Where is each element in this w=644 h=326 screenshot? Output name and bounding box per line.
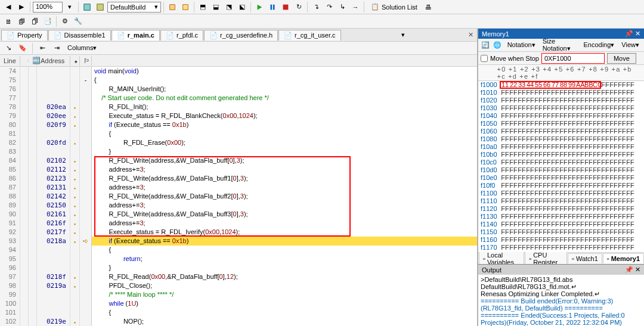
mem-byte[interactable]: FF	[543, 159, 551, 166]
mem-byte[interactable]: FF	[584, 197, 593, 205]
mem-byte[interactable]: FF	[584, 190, 593, 197]
mem-byte[interactable]: FF	[601, 151, 609, 159]
mem-byte[interactable]: FF	[626, 252, 634, 252]
mem-byte[interactable]: 55	[534, 81, 543, 89]
mem-byte[interactable]: FF	[551, 159, 559, 166]
gutter-sel[interactable]	[20, 237, 29, 246]
mem-byte[interactable]: FF	[626, 244, 634, 252]
mem-byte[interactable]: FF	[518, 97, 526, 104]
mem-byte[interactable]: FF	[593, 182, 601, 190]
mem-byte[interactable]: FF	[551, 182, 559, 190]
mem-byte[interactable]: FF	[526, 112, 534, 120]
mem-byte[interactable]: FF	[518, 228, 526, 236]
mem-byte[interactable]: FF	[543, 143, 551, 151]
mem-byte[interactable]: FF	[576, 213, 584, 221]
tab-close-icon[interactable]: ✕	[465, 31, 477, 39]
gutter-mark[interactable]	[80, 174, 92, 183]
mem-byte[interactable]: FF	[584, 159, 593, 166]
gutter-sel[interactable]	[20, 85, 29, 94]
gutter-mark[interactable]	[80, 103, 92, 111]
mem-byte[interactable]: FF	[601, 213, 609, 221]
mem-byte[interactable]: FF	[526, 166, 534, 174]
tab-r_pfdl-c[interactable]: 📄r_pfdl.c	[160, 30, 203, 41]
mem-byte[interactable]: FF	[618, 190, 626, 197]
tb2-icon-2[interactable]: 🗐	[16, 15, 27, 27]
mem-byte[interactable]: FF	[518, 143, 526, 151]
mem-byte[interactable]: FF	[626, 190, 634, 197]
mem-byte[interactable]: 44	[526, 81, 534, 89]
tb2-icon-6[interactable]: 🔧	[72, 15, 84, 27]
code-text[interactable]: R_FDL_Read(0x00,&R_DataFla_buff[0],12);	[92, 272, 477, 281]
mem-byte[interactable]: FF	[518, 166, 526, 174]
mem-byte[interactable]: FF	[501, 236, 509, 244]
tb-back-icon[interactable]: ◀	[2, 1, 14, 13]
tb-icon-2[interactable]	[94, 1, 106, 13]
gutter-break[interactable]	[70, 254, 80, 263]
gutter-glyph[interactable]	[29, 237, 37, 246]
mem-byte[interactable]: FF	[609, 166, 618, 174]
mem-byte[interactable]: FF	[584, 182, 593, 190]
mem-byte[interactable]: FF	[526, 151, 534, 159]
mem-byte[interactable]: FF	[543, 128, 551, 135]
mem-byte[interactable]: FF	[543, 89, 551, 97]
mem-byte[interactable]: FF	[626, 205, 634, 213]
code-area[interactable]: 74void main(void)75-{76 R_MAIN_UserInit(…	[0, 67, 477, 326]
mem-byte[interactable]: FF	[526, 120, 534, 128]
gutter-glyph[interactable]	[29, 317, 37, 326]
gutter-break[interactable]	[70, 103, 80, 111]
mem-byte[interactable]: FF	[501, 228, 509, 236]
mem-byte[interactable]: FF	[551, 97, 559, 104]
mem-byte[interactable]: FF	[609, 81, 618, 89]
mem-byte[interactable]: FF	[593, 89, 601, 97]
gutter-break[interactable]	[70, 237, 80, 246]
gutter-break[interactable]	[70, 67, 80, 76]
step-out-icon[interactable]: ↳	[336, 1, 348, 13]
mem-byte[interactable]: FF	[543, 112, 551, 120]
mem-byte[interactable]: FF	[576, 159, 584, 166]
code-text[interactable]: address+=3;	[92, 183, 477, 192]
mem-byte[interactable]: 66	[543, 81, 551, 89]
view-drop[interactable]: View▾	[619, 41, 642, 49]
mem-byte[interactable]: FF	[618, 128, 626, 135]
mem-byte[interactable]: FF	[593, 228, 601, 236]
gutter-mark[interactable]	[80, 129, 92, 138]
mem-byte[interactable]: FF	[609, 159, 618, 166]
mem-byte[interactable]: FF	[526, 104, 534, 112]
goto-icon[interactable]: ↘	[2, 42, 14, 54]
mem-byte[interactable]: FF	[626, 135, 634, 143]
mem-byte[interactable]: FF	[601, 112, 609, 120]
mem-byte[interactable]: FF	[518, 120, 526, 128]
mem-byte[interactable]: FF	[543, 205, 551, 213]
gutter-sel[interactable]	[20, 147, 29, 156]
mem-byte[interactable]: FF	[543, 197, 551, 205]
close-icon[interactable]: ✕	[635, 30, 640, 37]
build-config-combo[interactable]: DefaultBuild▾	[107, 2, 161, 13]
code-text[interactable]: {	[92, 246, 477, 254]
mem-byte[interactable]: FF	[559, 236, 568, 244]
mem-byte[interactable]: FF	[509, 97, 518, 104]
mem-byte[interactable]: FF	[601, 236, 609, 244]
gutter-mark[interactable]	[80, 147, 92, 156]
mem-byte[interactable]: FF	[601, 174, 609, 182]
mem-byte[interactable]: FF	[618, 244, 626, 252]
mem-byte[interactable]: FF	[509, 182, 518, 190]
mem-byte[interactable]: FF	[576, 236, 584, 244]
mem-byte[interactable]: FF	[559, 252, 568, 252]
mem-byte[interactable]: FF	[559, 128, 568, 135]
mem-byte[interactable]: FF	[534, 228, 543, 236]
mem-byte[interactable]: FF	[584, 221, 593, 228]
code-text[interactable]: Execute_status = R_FDL_Iverify(0x00,1024…	[92, 228, 477, 237]
mem-byte[interactable]: FF	[568, 197, 576, 205]
mem-byte[interactable]: FF	[584, 135, 593, 143]
mem-byte[interactable]: FF	[593, 236, 601, 244]
run-icon[interactable]	[253, 1, 265, 13]
mem-byte[interactable]: FF	[501, 112, 509, 120]
mem-byte[interactable]: FF	[593, 151, 601, 159]
mem-byte[interactable]: FF	[609, 174, 618, 182]
mem-byte[interactable]: FF	[559, 221, 568, 228]
mem-byte[interactable]: CC	[593, 81, 601, 89]
build-icon[interactable]	[166, 1, 178, 13]
tab-overflow-icon[interactable]: ▾	[399, 31, 407, 39]
mem-byte[interactable]: FF	[501, 244, 509, 252]
memory-addr-input[interactable]	[541, 53, 605, 64]
